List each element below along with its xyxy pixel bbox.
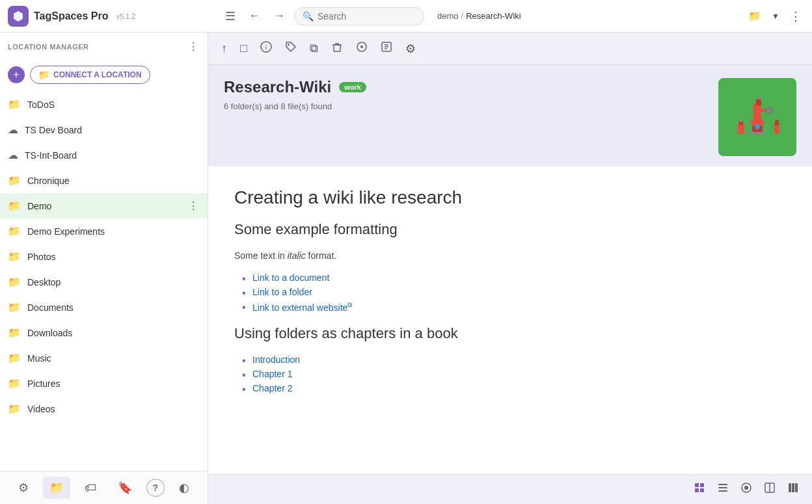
filter-icon [740, 482, 752, 494]
sidebar-item-videos[interactable]: 📁 Videos ⋮ [0, 396, 208, 421]
breadcrumb-current: Research-Wiki [466, 11, 521, 21]
folder-dropdown-button[interactable]: ▼ [769, 9, 782, 23]
list-icon [717, 482, 729, 494]
download-icon [381, 41, 392, 53]
sidebar-item-documents[interactable]: 📁 Documents ⋮ [0, 295, 208, 320]
folder-icon: 📁 [8, 200, 21, 212]
theme-footer-button[interactable]: ◐ [172, 477, 196, 499]
svg-rect-23 [774, 125, 779, 134]
item-menu-button[interactable]: ⋮ [187, 351, 200, 365]
sidebar-item-label: Demo Experiments [27, 226, 180, 237]
svg-rect-14 [748, 132, 766, 135]
main-layout: LOCATION MANAGER ⋮ + 📁 CONNECT A LOCATIO… [0, 33, 812, 504]
sidebar-item-todos[interactable]: 📁 ToDoS 📌 ⋮ [0, 92, 208, 117]
location-manager-label: LOCATION MANAGER [8, 43, 89, 51]
item-menu-button[interactable]: ⋮ [187, 173, 200, 188]
list-item: Introduction [242, 352, 786, 367]
italic-word: italic [288, 250, 306, 261]
folder-settings-button[interactable]: ⚙ [400, 38, 421, 59]
add-location-button[interactable]: + [8, 66, 25, 83]
sidebar-item-label: Chronique [27, 176, 180, 186]
search-input[interactable] [318, 11, 409, 21]
info-button[interactable]: i [255, 38, 277, 59]
upload-button[interactable]: ↑ [216, 38, 232, 59]
work-tag-badge[interactable]: work [339, 82, 366, 92]
item-menu-button[interactable]: ⋮ [187, 401, 200, 416]
doc-heading-1: Creating a wiki like research [234, 187, 786, 208]
item-menu-button[interactable]: ⋮ [187, 249, 200, 264]
item-menu-button[interactable]: ⋮ [187, 300, 200, 315]
item-menu-button[interactable]: ⋮ [187, 376, 200, 391]
copy-button[interactable]: ⧉ [304, 38, 323, 59]
help-footer-button[interactable]: ? [146, 479, 165, 497]
sidebar-item-demo-experiments[interactable]: 📁 Demo Experiments ⋮ [0, 219, 208, 244]
more-options-button[interactable]: ⋮ [787, 7, 804, 26]
svg-point-19 [755, 124, 760, 129]
sidebar-header-menu[interactable]: ⋮ [187, 39, 200, 54]
search-icon: 🔍 [303, 11, 314, 21]
sidebar-item-ts-int-board[interactable]: ☁ TS-Int-Board ⋮ [0, 142, 208, 168]
sidebar-items-list: 📁 ToDoS 📌 ⋮ ☁ TS Dev Board ⋮ ☁ TS-Int-Bo… [0, 92, 208, 471]
item-menu-button[interactable]: ⋮ [187, 325, 200, 340]
sidebar-item-desktop[interactable]: 📁 Desktop ⋮ [0, 269, 208, 295]
doc-link-external[interactable]: Link to external website⧉ [252, 302, 352, 313]
folder-picker-button[interactable]: 📁 [746, 7, 764, 25]
doc-link-introduction[interactable]: Introduction [252, 354, 300, 365]
doc-link-folder[interactable]: Link to a folder [252, 287, 312, 297]
sidebar-item-chronique[interactable]: 📁 Chronique ⋮ [0, 168, 208, 193]
sidebar-item-label: TS-Int-Board [25, 150, 180, 161]
menu-button[interactable]: ☰ [221, 7, 239, 26]
download-button[interactable] [375, 38, 398, 59]
item-menu-button[interactable]: ⋮ [187, 274, 200, 289]
content-header-info: Research-Wiki work 6 folder(s) and 8 fil… [224, 78, 366, 111]
tag-button[interactable] [280, 38, 302, 59]
link-button[interactable] [351, 38, 373, 59]
doc-link-document[interactable]: Link to a document [252, 272, 329, 283]
bookmarks-footer-button[interactable]: 🔖 [111, 477, 139, 499]
list-item: Link to a document [242, 271, 786, 285]
columns-view-button[interactable] [782, 479, 804, 500]
tags-footer-button[interactable]: 🏷 [78, 477, 103, 499]
list-view-button[interactable] [712, 479, 734, 500]
item-menu-button[interactable]: ⋮ [187, 122, 200, 137]
grid-icon [694, 482, 705, 494]
sidebar-item-downloads[interactable]: 📁 Downloads ⋮ [0, 320, 208, 345]
item-menu-button[interactable]: ⋮ [187, 224, 200, 239]
trash-icon [331, 41, 343, 53]
item-menu-button[interactable]: ⋮ [187, 198, 200, 213]
grid-view-button[interactable] [688, 479, 710, 500]
doc-link-chapter1[interactable]: Chapter 1 [252, 369, 292, 379]
content-title-row: Research-Wiki work [224, 78, 366, 96]
external-link-text: Link to external website [252, 302, 347, 313]
split-view-button[interactable] [759, 479, 781, 500]
folder-icon: 📁 [8, 403, 21, 415]
doc-heading-3: Using folders as chapters in a book [234, 325, 786, 342]
doc-link-chapter2[interactable]: Chapter 2 [252, 383, 292, 393]
sidebar-item-ts-dev-board[interactable]: ☁ TS Dev Board ⋮ [0, 117, 208, 142]
forward-button[interactable]: → [269, 7, 289, 25]
sidebar-item-music[interactable]: 📁 Music ⋮ [0, 345, 208, 371]
breadcrumb-location[interactable]: demo [437, 11, 459, 21]
settings-footer-button[interactable]: ⚙ [12, 477, 35, 499]
files-footer-button[interactable]: 📁 [43, 477, 70, 499]
back-button[interactable]: ← [245, 7, 264, 25]
sidebar-item-demo[interactable]: 📁 Demo ⋮ [0, 193, 208, 219]
app-name: TagSpaces Pro [34, 10, 108, 22]
sidebar-item-pictures[interactable]: 📁 Pictures ⋮ [0, 371, 208, 396]
connect-label: CONNECT A LOCATION [53, 70, 142, 79]
item-menu-button[interactable]: ⋮ [187, 148, 200, 163]
app-logo [8, 6, 29, 27]
connect-location-button[interactable]: 📁 CONNECT A LOCATION [30, 66, 150, 84]
list-item: Link to a folder [242, 285, 786, 299]
sidebar-item-label: TS Dev Board [25, 125, 180, 135]
item-menu-button[interactable]: ⋮ [187, 97, 200, 112]
pin-button[interactable]: 📌 [170, 98, 184, 111]
sidebar-item-photos[interactable]: 📁 Photos ⋮ [0, 244, 208, 269]
paragraph-end: format. [306, 250, 336, 261]
demo-actions: ⋮ [187, 198, 200, 213]
filter-view-button[interactable] [735, 479, 757, 500]
thumbnail-image [725, 85, 790, 150]
square-button[interactable]: □ [235, 38, 252, 59]
svg-rect-36 [789, 483, 791, 492]
delete-button[interactable] [326, 38, 348, 59]
